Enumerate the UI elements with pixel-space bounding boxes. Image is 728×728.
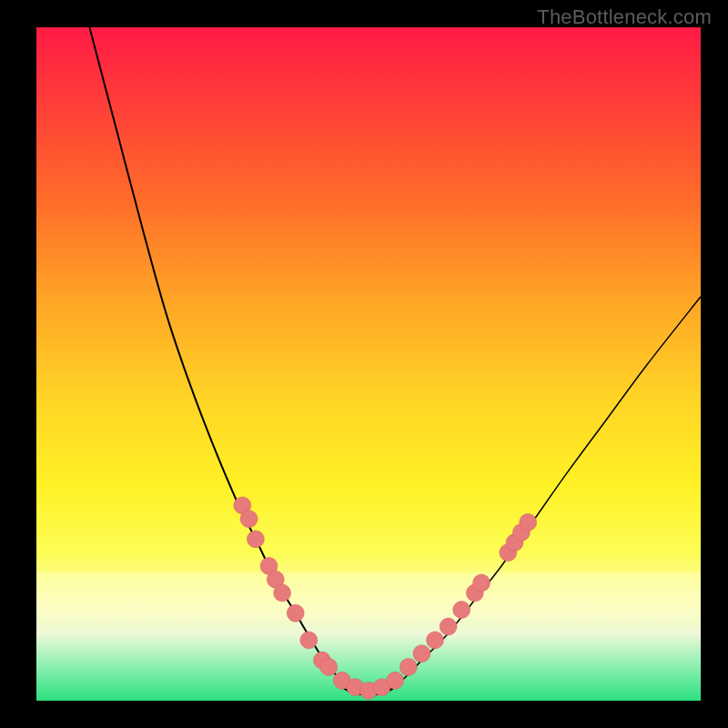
data-marker	[387, 672, 404, 689]
data-marker	[320, 659, 338, 676]
data-marker	[440, 618, 457, 635]
data-marker	[240, 511, 258, 528]
data-marker	[274, 584, 291, 602]
markers-left	[234, 497, 404, 699]
plot-area	[36, 27, 701, 701]
markers-right	[399, 513, 536, 675]
data-marker	[520, 513, 537, 531]
data-marker	[413, 645, 430, 662]
data-marker	[427, 632, 444, 649]
data-marker	[453, 602, 470, 619]
watermark-text: TheBottleneck.com	[537, 5, 712, 29]
left-curve	[89, 27, 355, 694]
data-marker	[473, 574, 490, 592]
chart-frame: TheBottleneck.com	[0, 0, 728, 728]
data-marker	[287, 604, 304, 622]
data-marker	[399, 659, 417, 676]
data-marker	[300, 632, 318, 649]
data-marker	[247, 531, 264, 548]
curve-layer	[36, 27, 701, 701]
